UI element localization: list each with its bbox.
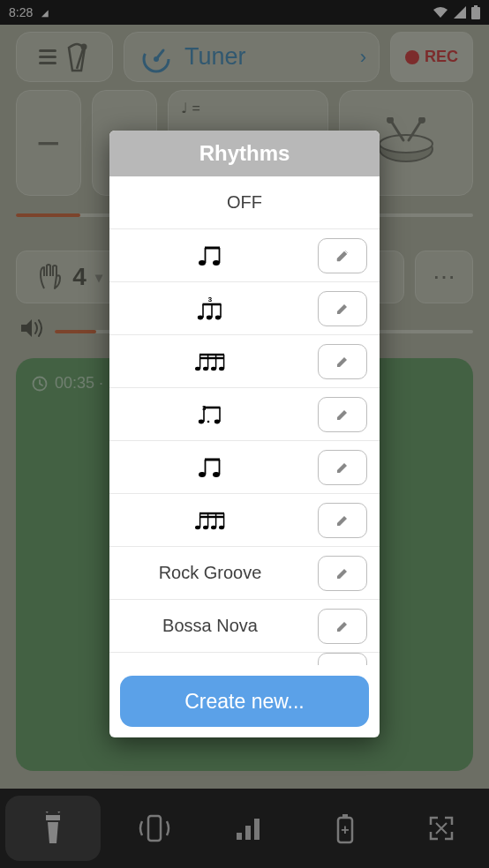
rhythm-item[interactable]: [109, 494, 380, 547]
rhythm-item[interactable]: 3: [109, 282, 380, 335]
pencil-icon: [335, 566, 350, 580]
edit-button[interactable]: [318, 344, 367, 379]
rhythm-list[interactable]: OFF 3: [109, 176, 380, 665]
rhythm-label: Rock Groove: [109, 563, 311, 583]
pencil-icon: [335, 355, 350, 369]
sixteenth-four-icon: [109, 335, 311, 387]
rhythm-item-rock-groove[interactable]: Rock Groove: [109, 547, 380, 600]
triplet-icon: 3: [109, 282, 311, 334]
sixteenth-four-2-icon: [109, 494, 311, 546]
rhythm-off[interactable]: OFF: [109, 176, 380, 229]
rhythm-item[interactable]: [109, 335, 380, 388]
pencil-icon: [335, 513, 350, 528]
eighth-pair-icon: [109, 229, 311, 281]
rhythm-item[interactable]: [109, 441, 380, 494]
edit-button[interactable]: [318, 291, 367, 326]
pencil-icon: [335, 302, 350, 316]
off-label: OFF: [227, 192, 262, 213]
pencil-icon: [335, 460, 350, 475]
create-new-button[interactable]: Create new...: [120, 676, 369, 727]
edit-button[interactable]: [318, 450, 367, 485]
pencil-icon: [335, 408, 350, 422]
dotted-eighth-icon: 3: [109, 388, 311, 440]
svg-point-53: [207, 420, 210, 423]
edit-button[interactable]: [318, 503, 367, 538]
edit-button[interactable]: [318, 653, 367, 665]
rhythm-item-partial[interactable]: [109, 653, 380, 665]
edit-button[interactable]: [318, 609, 367, 644]
rhythm-item-bossa-nova[interactable]: Bossa Nova: [109, 600, 380, 653]
modal-title: Rhythms: [109, 131, 380, 176]
eighth-pair-2-icon: [109, 441, 311, 493]
rhythm-label: Bossa Nova: [109, 616, 311, 636]
edit-button[interactable]: [318, 556, 367, 591]
pencil-icon: [335, 249, 350, 263]
create-label: Create new...: [184, 690, 305, 714]
rhythm-item[interactable]: 3: [109, 388, 380, 441]
pencil-icon: [335, 663, 350, 665]
edit-button[interactable]: [318, 238, 367, 273]
edit-button[interactable]: [318, 397, 367, 432]
rhythm-item[interactable]: [109, 229, 380, 282]
rhythms-modal: Rhythms OFF 3: [109, 131, 380, 737]
svg-text:3: 3: [208, 296, 213, 303]
pencil-icon: [335, 619, 350, 633]
